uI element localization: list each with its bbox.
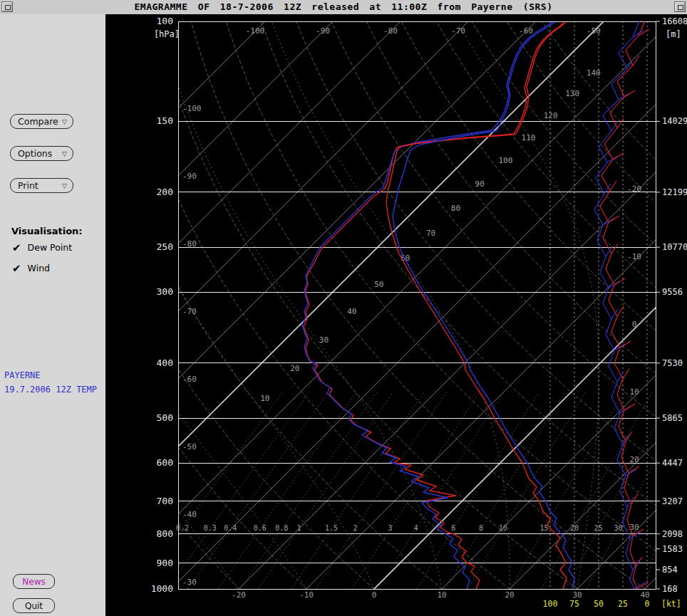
svg-text:25: 25 [594, 524, 603, 532]
svg-text:140: 140 [587, 68, 601, 78]
svg-text:120: 120 [544, 111, 558, 120]
svg-text:-80: -80 [383, 26, 398, 36]
svg-text:[kt]: [kt] [661, 599, 681, 609]
svg-text:3207: 3207 [662, 496, 683, 506]
svg-text:854: 854 [662, 565, 678, 575]
svg-text:-60: -60 [519, 26, 533, 36]
options-button-label: Options [18, 148, 52, 159]
svg-text:-80: -80 [182, 239, 197, 249]
print-button-label: Print [18, 180, 38, 191]
svg-text:30: 30 [319, 335, 329, 345]
wind-checkbox-row: ✔ Wind [12, 263, 50, 273]
svg-text:50: 50 [594, 599, 604, 609]
svg-text:2: 2 [353, 524, 358, 532]
svg-text:700: 700 [157, 496, 173, 506]
svg-text:20: 20 [290, 364, 299, 373]
svg-text:200: 200 [157, 187, 173, 197]
options-button[interactable]: Options ▽ [10, 146, 73, 161]
station-name: PAYERNE [4, 370, 41, 380]
svg-text:75: 75 [569, 599, 579, 609]
svg-text:-60: -60 [182, 375, 197, 384]
svg-text:-90: -90 [316, 26, 330, 36]
svg-text:4447: 4447 [662, 458, 683, 468]
svg-text:80: 80 [451, 204, 460, 213]
compare-button-label: Compare [18, 116, 58, 127]
svg-text:100: 100 [543, 599, 558, 609]
svg-text:900: 900 [157, 558, 173, 568]
wind-checkbox[interactable]: ✔ [12, 263, 21, 273]
svg-text:3: 3 [388, 524, 393, 532]
dew-point-checkbox[interactable]: ✔ [12, 243, 21, 253]
svg-text:-70: -70 [451, 26, 465, 36]
dew-point-checkbox-row: ✔ Dew Point [12, 242, 72, 253]
svg-text:10: 10 [499, 524, 507, 532]
svg-text:110: 110 [522, 133, 536, 142]
svg-text:800: 800 [157, 528, 173, 539]
quit-button[interactable]: Quit [13, 598, 55, 613]
svg-text:20: 20 [629, 455, 639, 464]
svg-text:-100: -100 [182, 104, 202, 113]
window-minimize-icon [678, 5, 683, 10]
station-sounding-info: 19.7.2006 12Z TEMP [4, 385, 97, 395]
svg-text:-20: -20 [232, 590, 246, 600]
svg-text:30: 30 [614, 524, 623, 532]
svg-text:-50: -50 [587, 26, 601, 36]
print-button[interactable]: Print ▽ [10, 178, 73, 193]
sidebar: Compare ▽ Options ▽ Print ▽ Visualisatio… [0, 14, 105, 616]
svg-text:4: 4 [414, 524, 418, 532]
svg-text:6: 6 [451, 524, 455, 532]
svg-text:2098: 2098 [662, 529, 683, 539]
svg-text:90: 90 [475, 179, 485, 189]
svg-text:300: 300 [157, 286, 173, 297]
svg-text:10: 10 [629, 387, 639, 397]
svg-text:[m]: [m] [666, 29, 681, 39]
svg-text:-20: -20 [627, 184, 641, 194]
svg-text:-90: -90 [182, 172, 197, 181]
dew-point-checkbox-label: Dew Point [28, 242, 73, 253]
news-button-label: News [22, 577, 45, 587]
window-title: EMAGRAMME OF 18-7-2006 12Z released at 1… [0, 0, 687, 14]
svg-text:7530: 7530 [662, 358, 683, 368]
svg-text:-70: -70 [182, 307, 197, 316]
dropdown-arrow-icon: ▽ [62, 182, 67, 189]
svg-text:10: 10 [260, 394, 269, 403]
svg-text:130: 130 [565, 89, 579, 98]
svg-text:-30: -30 [182, 578, 197, 587]
svg-text:5865: 5865 [662, 413, 683, 423]
window-minimize-button[interactable] [674, 1, 686, 12]
svg-text:0.2: 0.2 [176, 524, 189, 532]
svg-text:20: 20 [505, 590, 514, 600]
svg-text:16608: 16608 [662, 16, 687, 26]
svg-text:250: 250 [157, 241, 173, 252]
svg-text:70: 70 [426, 229, 435, 238]
svg-text:10770: 10770 [662, 242, 687, 252]
svg-text:12199: 12199 [662, 187, 687, 197]
svg-text:-100: -100 [246, 26, 265, 36]
svg-text:168: 168 [662, 584, 678, 594]
svg-text:40: 40 [347, 307, 356, 316]
svg-text:-40: -40 [182, 510, 197, 519]
svg-text:40: 40 [640, 590, 649, 600]
svg-text:50: 50 [374, 280, 383, 289]
svg-text:30: 30 [572, 590, 582, 600]
application-window: EMAGRAMME OF 18-7-2006 12Z released at 1… [0, 0, 687, 616]
svg-text:25: 25 [618, 599, 628, 609]
svg-text:0: 0 [645, 599, 650, 609]
emagram-chart: 1001502002503004005006007008009001000[hP… [105, 14, 687, 616]
svg-text:0: 0 [372, 590, 377, 600]
svg-text:0.6: 0.6 [254, 524, 267, 532]
news-button[interactable]: News [13, 574, 55, 589]
svg-text:8: 8 [479, 524, 483, 532]
dropdown-arrow-icon: ▽ [62, 118, 67, 125]
title-bar: EMAGRAMME OF 18-7-2006 12Z released at 1… [0, 0, 687, 14]
svg-text:0: 0 [632, 320, 637, 329]
svg-text:100: 100 [499, 156, 513, 165]
svg-text:0.3: 0.3 [204, 524, 217, 532]
svg-text:14029: 14029 [662, 116, 687, 126]
svg-text:10: 10 [437, 590, 446, 600]
dropdown-arrow-icon: ▽ [62, 150, 67, 157]
svg-text:100: 100 [157, 16, 173, 26]
svg-text:1583: 1583 [662, 544, 683, 554]
compare-button[interactable]: Compare ▽ [10, 114, 73, 129]
wind-checkbox-label: Wind [28, 263, 50, 273]
